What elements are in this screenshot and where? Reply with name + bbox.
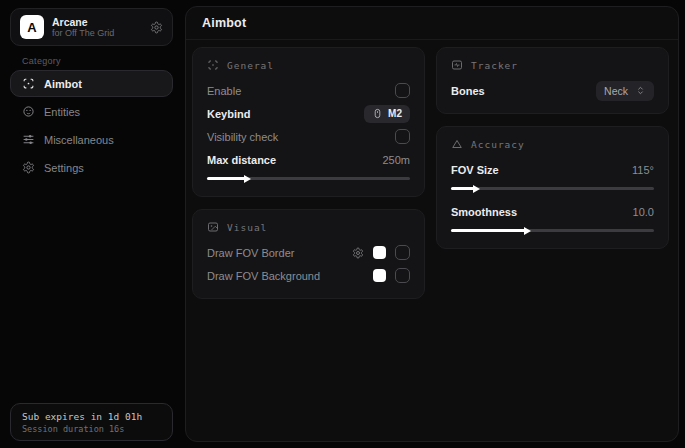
draw-fov-border-checkbox[interactable] xyxy=(395,245,410,260)
sidebar-item-miscellaneous[interactable]: Miscellaneous xyxy=(10,126,173,153)
main-panel: Aimbot General Enable Keybind xyxy=(185,6,679,442)
card-title: Visual xyxy=(227,222,267,233)
session-duration-text: Session duration 16s xyxy=(22,424,161,434)
bones-row: Bones Neck xyxy=(451,80,654,101)
keybind-row: Keybind M2 xyxy=(207,103,410,124)
visibility-check-label: Visibility check xyxy=(207,131,278,143)
subscription-card: Sub expires in 1d 01h Session duration 1… xyxy=(10,403,173,441)
app-name: Arcane xyxy=(52,16,150,28)
keybind-button[interactable]: M2 xyxy=(364,105,410,123)
accuracy-card: Accuracy FOV Size 115° Smoothness 10.0 xyxy=(436,126,669,249)
draw-fov-background-row: Draw FOV Background xyxy=(207,265,410,286)
bones-label: Bones xyxy=(451,85,485,97)
card-title: Accuracy xyxy=(471,139,525,150)
sidebar-item-settings[interactable]: Settings xyxy=(10,154,173,181)
slider-thumb[interactable] xyxy=(524,227,531,235)
max-distance-value: 250m xyxy=(382,154,410,166)
smoothness-slider[interactable] xyxy=(451,226,654,235)
sidebar-item-label: Entities xyxy=(44,106,80,118)
accuracy-card-header: Accuracy xyxy=(451,138,654,150)
smoothness-value: 10.0 xyxy=(633,206,654,218)
slider-track xyxy=(451,187,654,190)
slider-fill xyxy=(451,187,475,190)
triangle-icon xyxy=(451,138,463,150)
fov-size-value: 115° xyxy=(632,164,654,176)
draw-fov-border-row: Draw FOV Border xyxy=(207,242,410,263)
fov-size-row: FOV Size 115° xyxy=(451,159,654,180)
visual-card: Visual Draw FOV Border Draw FOV Backgrou… xyxy=(192,209,425,299)
bones-selected-value: Neck xyxy=(604,85,628,97)
visual-card-header: Visual xyxy=(207,221,410,233)
app-subtitle: for Off The Grid xyxy=(52,28,150,38)
fov-border-color-swatch[interactable] xyxy=(373,246,386,259)
sidebar: A Arcane for Off The Grid Category Aimbo… xyxy=(0,0,181,448)
sidebar-item-aimbot[interactable]: Aimbot xyxy=(10,70,173,97)
smoothness-row: Smoothness 10.0 xyxy=(451,201,654,222)
smoothness-label: Smoothness xyxy=(451,206,517,218)
keybind-value: M2 xyxy=(388,108,402,119)
page-title: Aimbot xyxy=(202,16,246,30)
sidebar-item-label: Miscellaneous xyxy=(44,134,114,146)
max-distance-slider[interactable] xyxy=(207,174,410,183)
max-distance-row: Max distance 250m xyxy=(207,149,410,170)
general-card: General Enable Keybind M2 V xyxy=(192,47,425,197)
sidebar-item-label: Aimbot xyxy=(44,78,82,90)
fov-background-color-swatch[interactable] xyxy=(373,269,386,282)
image-icon xyxy=(207,221,219,233)
max-distance-label: Max distance xyxy=(207,154,276,166)
category-label: Category xyxy=(22,56,61,66)
app-header-card: A Arcane for Off The Grid xyxy=(10,8,173,46)
draw-fov-border-controls xyxy=(352,245,410,260)
enable-checkbox[interactable] xyxy=(395,83,410,98)
entities-icon xyxy=(22,105,35,118)
sidebar-item-label: Settings xyxy=(44,162,84,174)
tracker-card-header: Tracker xyxy=(451,59,654,71)
visibility-check-checkbox[interactable] xyxy=(395,129,410,144)
visibility-check-row: Visibility check xyxy=(207,126,410,147)
sidebar-item-entities[interactable]: Entities xyxy=(10,98,173,125)
slider-thumb[interactable] xyxy=(473,185,480,193)
fov-size-label: FOV Size xyxy=(451,164,499,176)
main-header: Aimbot xyxy=(186,7,678,40)
pulse-icon xyxy=(451,59,463,71)
sub-expiry-text: Sub expires in 1d 01h xyxy=(22,411,161,422)
draw-fov-border-label: Draw FOV Border xyxy=(207,247,294,259)
mouse-icon xyxy=(372,108,383,119)
column-left: General Enable Keybind M2 V xyxy=(192,47,425,299)
draw-fov-background-checkbox[interactable] xyxy=(395,268,410,283)
crosshair-icon xyxy=(207,59,219,71)
keybind-label: Keybind xyxy=(207,108,250,120)
app-logo: A xyxy=(20,15,44,39)
draw-fov-background-controls xyxy=(373,268,410,283)
general-card-header: General xyxy=(207,59,410,71)
card-title: Tracker xyxy=(471,60,518,71)
enable-row: Enable xyxy=(207,80,410,101)
app-title-block: Arcane for Off The Grid xyxy=(52,16,150,38)
category-nav: Aimbot Entities Miscellaneous Settings xyxy=(10,70,173,182)
fov-size-slider[interactable] xyxy=(451,184,654,193)
gear-icon[interactable] xyxy=(352,247,364,259)
gear-icon xyxy=(22,161,35,174)
slider-thumb[interactable] xyxy=(244,175,251,183)
card-title: General xyxy=(227,60,274,71)
bones-dropdown[interactable]: Neck xyxy=(596,81,654,101)
gear-icon[interactable] xyxy=(150,21,163,34)
column-right: Tracker Bones Neck xyxy=(436,47,669,299)
tracker-card: Tracker Bones Neck xyxy=(436,47,669,114)
draw-fov-background-label: Draw FOV Background xyxy=(207,270,320,282)
crosshair-icon xyxy=(22,77,35,90)
sliders-icon xyxy=(22,133,35,146)
main-content: General Enable Keybind M2 V xyxy=(186,40,678,299)
unfold-icon xyxy=(635,85,646,96)
slider-fill xyxy=(451,229,526,232)
enable-label: Enable xyxy=(207,85,241,97)
slider-fill xyxy=(207,177,246,180)
